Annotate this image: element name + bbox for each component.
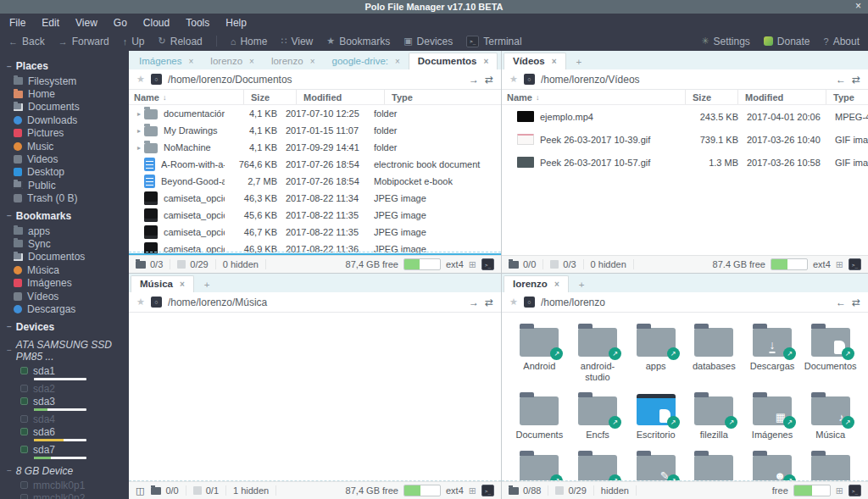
file-row[interactable]: camiseta_opcion_01.jpg46,3 KB2017-08-22 … (129, 190, 501, 207)
forward-button[interactable]: →Forward (58, 36, 109, 47)
folder-item-filezilla[interactable]: ↗filezilla (685, 391, 743, 441)
go-arrow-icon[interactable]: → (469, 297, 479, 308)
bookmark-star-icon[interactable]: ★ (509, 74, 518, 85)
new-tab-button[interactable]: + (194, 277, 220, 292)
tab-close-icon[interactable]: × (552, 57, 557, 66)
path-text[interactable]: /home/lorenzo/Música (168, 297, 463, 308)
bookmarks-button[interactable]: ★Bookmarks (326, 36, 390, 47)
folder-item-escritorio[interactable]: ↗Escritorio (626, 391, 685, 441)
tab-documentos-active[interactable]: Documentos× (409, 53, 498, 69)
sidebar-item-sync[interactable]: Sync (7, 237, 129, 250)
folder-item-musica[interactable]: ♪↗Música (801, 391, 860, 441)
device-chip-icon[interactable]: ○ (151, 297, 162, 308)
sidebar-item-apps[interactable]: apps (7, 225, 129, 237)
home-button[interactable]: ⌂Home (231, 36, 268, 47)
menu-help[interactable]: Help (225, 17, 247, 29)
tab-musica-active[interactable]: Música× (131, 275, 194, 292)
path-text[interactable]: /home/lorenzo/Vídeos (541, 74, 830, 86)
folder-item-documentos[interactable]: ↗Documentos (801, 323, 860, 383)
folder-item-personal[interactable]: ↗Personal (569, 450, 627, 481)
tab-close-icon[interactable]: × (395, 57, 400, 66)
file-row[interactable]: Peek 26-03-2017 10-39.gif739.1 KB2017-03… (502, 128, 868, 151)
swap-panes-icon[interactable]: ⇄ (852, 74, 860, 86)
sidebar-item-musica[interactable]: Música (7, 263, 129, 276)
file-row[interactable]: camiseta_opcion_04.jpg46,9 KB2017-08-22 … (129, 241, 501, 255)
tab-close-icon[interactable]: × (189, 57, 194, 66)
tab-close-icon[interactable]: × (483, 57, 488, 66)
sidebar-item-desktop[interactable]: Desktop (7, 166, 129, 179)
devices-button[interactable]: ▣Devices (403, 36, 453, 47)
bookmarks-section-header[interactable]: −Bookmarks (7, 210, 129, 222)
column-modified[interactable]: Modified (737, 90, 826, 104)
sidebar-item-downloads[interactable]: Downloads (7, 114, 129, 126)
folder-item-documents[interactable]: Documents (510, 391, 569, 441)
path-bar[interactable]: ★ ○ /home/lorenzo/Música → ⇄ (129, 292, 501, 313)
device-group-8gb[interactable]: −8 GB Device (7, 465, 129, 477)
sidebar-item-descargas[interactable]: Descargas (7, 302, 129, 315)
folder-item-encfs[interactable]: ↗Encfs (569, 391, 627, 441)
sidebar-item-videos[interactable]: Videos (7, 152, 129, 165)
file-row[interactable]: ▸My Drawings4,1 KB2017-01-15 11:07folder (129, 122, 501, 139)
folder-item-descargas[interactable]: ↓↗Descargas (743, 323, 802, 383)
menu-view[interactable]: View (75, 17, 97, 29)
terminal-button[interactable]: >_Terminal (466, 36, 521, 47)
settings-button[interactable]: ✳Settings (701, 36, 750, 47)
partition-sda4[interactable]: sda4 (7, 413, 129, 425)
folder-item-imagenes[interactable]: ▦↗Imágenes (743, 391, 802, 441)
path-bar[interactable]: ★ ○ /home/lorenzo/Vídeos ← ⇄ (502, 69, 868, 90)
title-bar[interactable]: Polo File Manager v17.10 BETA × (0, 0, 868, 14)
menu-cloud[interactable]: Cloud (143, 17, 170, 29)
swap-panes-icon[interactable]: ⇄ (485, 297, 493, 308)
folder-item-apps[interactable]: ↗apps (626, 323, 685, 383)
device-chip-icon[interactable]: ○ (524, 297, 535, 308)
donate-button[interactable]: Donate (764, 36, 810, 47)
new-tab-button[interactable]: + (566, 54, 593, 69)
path-bar[interactable]: ★ ○ /home/lorenzo/Documentos → ⇄ (129, 69, 501, 90)
file-row[interactable]: Beyond-Good-and-Evil-G...2,7 MB2017-07-2… (129, 173, 501, 190)
reload-button[interactable]: ↻Reload (159, 36, 203, 47)
back-button[interactable]: ←Back (8, 36, 45, 47)
device-chip-icon[interactable]: ○ (524, 74, 535, 85)
folder-item-snap[interactable]: snap (801, 450, 860, 481)
column-name[interactable]: Name↓ (507, 92, 685, 103)
file-row[interactable]: ejemplo.mp4243.5 KB2017-04-01 20:06MPEG-… (502, 105, 868, 128)
expander-icon[interactable]: ▸ (134, 144, 144, 152)
bookmark-star-icon[interactable]: ★ (136, 297, 145, 308)
window-close-button[interactable]: × (855, 0, 861, 12)
places-section-header[interactable]: −Places (7, 60, 129, 72)
partition-sda3[interactable]: sda3 (7, 396, 129, 411)
go-arrow-icon[interactable]: ← (836, 297, 846, 308)
view-toggle-icon[interactable]: ⊞ (836, 259, 843, 270)
tab-lorenzo-active[interactable]: lorenzo× (504, 275, 569, 292)
tab-imagenes[interactable]: Imágenes× (131, 53, 202, 69)
partition-sda7[interactable]: sda7 (7, 444, 129, 459)
view-toggle-icon[interactable]: ⊞ (469, 259, 476, 270)
partition-sda6[interactable]: sda6 (7, 426, 129, 441)
menu-tools[interactable]: Tools (186, 17, 209, 29)
tab-close-icon[interactable]: × (180, 280, 185, 289)
terminal-icon[interactable]: >_ (849, 258, 861, 270)
partition-sda2[interactable]: sda2 (7, 383, 129, 395)
expander-icon[interactable]: ▸ (134, 110, 144, 118)
partition-mmcblk0p1[interactable]: mmcblk0p1 (7, 480, 129, 491)
file-list-empty[interactable] (129, 313, 501, 481)
path-bar[interactable]: ★ ○ /home/lorenzo ← ⇄ (502, 292, 868, 313)
sidebar-item-home[interactable]: Home (7, 87, 129, 100)
terminal-icon[interactable]: >_ (849, 485, 861, 496)
view-toggle-icon[interactable]: ⊞ (469, 485, 476, 496)
file-row[interactable]: Peek 26-03-2017 10-57.gif1.3 MB2017-03-2… (502, 151, 868, 174)
sidebar-item-trash[interactable]: Trash (0 B) (7, 192, 129, 205)
tab-google-drive[interactable]: google-drive:× (323, 53, 408, 69)
folder-item-projects[interactable]: Projects (685, 450, 743, 481)
swap-panes-icon[interactable]: ⇄ (485, 74, 493, 86)
column-name[interactable]: Name↓ (134, 92, 243, 103)
menu-edit[interactable]: Edit (42, 17, 59, 29)
terminal-icon[interactable]: >_ (481, 485, 494, 496)
devices-section-header[interactable]: −Devices (7, 321, 129, 333)
column-modified[interactable]: Modified (296, 90, 384, 104)
file-row[interactable]: ▸documentación4,1 KB2017-07-10 12:25fold… (129, 105, 501, 122)
column-size[interactable]: Size (243, 90, 296, 104)
sidebar-item-imagenes[interactable]: Imágenes (7, 276, 129, 289)
go-arrow-icon[interactable]: ← (836, 74, 846, 86)
view-button[interactable]: ∷View (281, 36, 313, 47)
